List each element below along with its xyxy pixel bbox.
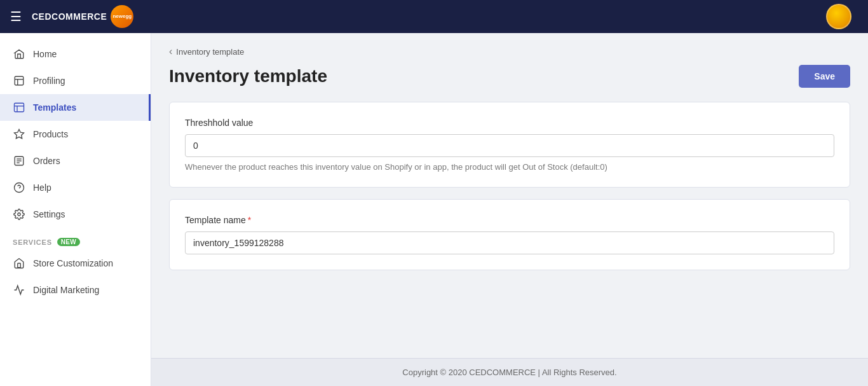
- breadcrumb[interactable]: ‹ Inventory template: [169, 46, 850, 57]
- sidebar-item-profiling[interactable]: Profiling: [0, 67, 151, 94]
- breadcrumb-text: Inventory template: [176, 47, 244, 57]
- sidebar-label-home: Home: [33, 49, 57, 59]
- home-icon: [13, 48, 25, 60]
- sidebar-label-orders: Orders: [33, 156, 60, 166]
- save-button[interactable]: Save: [799, 65, 850, 88]
- sidebar-item-orders[interactable]: Orders: [0, 148, 151, 174]
- services-section: SERVICES NEW: [0, 228, 151, 250]
- sidebar-item-home[interactable]: Home: [0, 41, 151, 67]
- sidebar-item-help[interactable]: Help: [0, 174, 151, 201]
- threshold-label: Threshhold value: [185, 118, 834, 128]
- store-icon: [13, 257, 25, 270]
- svg-rect-14: [18, 263, 21, 268]
- templates-icon: [13, 101, 25, 114]
- top-nav: ☰ CEDCOMMERCE newegg: [0, 0, 868, 33]
- main-content: ‹ Inventory template Inventory template …: [151, 33, 868, 386]
- brand-logo: CEDCOMMERCE newegg: [32, 5, 133, 28]
- page-header: Inventory template Save: [169, 65, 850, 88]
- help-icon: [13, 181, 25, 194]
- new-badge: NEW: [57, 238, 80, 246]
- template-name-card: Template name*: [169, 199, 850, 270]
- sidebar: Home Profiling Templates Products: [0, 33, 151, 386]
- brand-badge: newegg: [111, 5, 133, 28]
- profiling-icon: [13, 74, 25, 87]
- sidebar-item-products[interactable]: Products: [0, 121, 151, 148]
- sidebar-label-help: Help: [33, 183, 51, 193]
- sidebar-label-store-customization: Store Customization: [33, 258, 113, 268]
- sidebar-item-templates[interactable]: Templates: [0, 94, 151, 121]
- template-name-input[interactable]: [185, 231, 834, 254]
- products-icon: [13, 128, 25, 141]
- app-body: Home Profiling Templates Products: [0, 33, 868, 386]
- sidebar-item-settings[interactable]: Settings: [0, 201, 151, 228]
- orders-icon: [13, 155, 25, 167]
- threshold-card: Threshhold value Whenever the product re…: [169, 102, 850, 188]
- sidebar-label-settings: Settings: [33, 209, 65, 219]
- threshold-hint: Whenever the product reaches this invent…: [185, 162, 834, 172]
- svg-rect-0: [15, 76, 24, 85]
- back-icon: ‹: [169, 46, 172, 57]
- required-star: *: [248, 215, 251, 225]
- page-title: Inventory template: [169, 66, 327, 86]
- template-name-label: Template name*: [185, 215, 834, 225]
- sidebar-item-digital-marketing[interactable]: Digital Marketing: [0, 277, 151, 303]
- sidebar-label-profiling: Profiling: [33, 76, 65, 86]
- sidebar-item-store-customization[interactable]: Store Customization: [0, 250, 151, 277]
- sidebar-label-templates: Templates: [33, 102, 76, 113]
- svg-point-11: [15, 183, 24, 193]
- svg-point-13: [18, 213, 21, 216]
- hamburger-icon[interactable]: ☰: [10, 9, 22, 24]
- svg-rect-3: [15, 103, 24, 112]
- threshold-input[interactable]: [185, 134, 834, 157]
- avatar[interactable]: [826, 4, 851, 29]
- brand-name: CEDCOMMERCE: [32, 11, 107, 22]
- marketing-icon: [13, 284, 25, 296]
- svg-marker-6: [15, 130, 24, 139]
- sidebar-label-digital-marketing: Digital Marketing: [33, 285, 99, 295]
- nav-right: [826, 4, 858, 29]
- footer-text: Copyright © 2020 CEDCOMMERCE | All Right…: [402, 368, 616, 377]
- sidebar-nav: Home Profiling Templates Products: [0, 33, 151, 311]
- footer: Copyright © 2020 CEDCOMMERCE | All Right…: [151, 358, 868, 386]
- settings-icon: [13, 208, 25, 221]
- sidebar-label-products: Products: [33, 129, 68, 139]
- content-area: ‹ Inventory template Inventory template …: [151, 33, 868, 358]
